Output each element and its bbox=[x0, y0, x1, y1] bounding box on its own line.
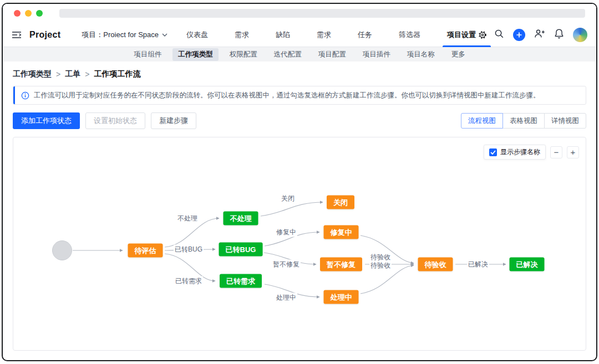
check-icon bbox=[490, 150, 496, 155]
breadcrumb: 工作项类型 > 工单 > 工作项工作流 bbox=[13, 69, 586, 79]
breadcrumb-item-ticket[interactable]: 工单 bbox=[65, 69, 80, 79]
project-selector-label: 项目：Proiect for Space bbox=[82, 30, 159, 40]
new-step-button[interactable]: 新建步骤 bbox=[151, 112, 196, 129]
workflow-node-pending-review[interactable]: 待评估 bbox=[128, 244, 163, 258]
edge-label: 不处理 bbox=[176, 214, 199, 223]
workflow-node-fixing[interactable]: 修复中 bbox=[324, 225, 359, 239]
edge-label: 暂不修复 bbox=[272, 260, 301, 269]
show-step-names-checkbox[interactable] bbox=[489, 148, 497, 156]
nav-item-requirements[interactable]: 需求 bbox=[235, 23, 249, 47]
browser-window: Project 项目：Proiect for Space 仪表盘 需求 缺陷 需… bbox=[2, 3, 597, 361]
workflow-edges bbox=[13, 137, 586, 350]
subnav-item-plugins[interactable]: 项目插件 bbox=[357, 48, 396, 61]
workflow-node-wont-fix[interactable]: 暂不修复 bbox=[320, 258, 362, 271]
bell-icon[interactable] bbox=[554, 28, 564, 41]
view-tab-flow[interactable]: 流程视图 bbox=[461, 113, 503, 129]
workflow-node-resolved[interactable]: 已解决 bbox=[510, 258, 545, 271]
minimize-button[interactable] bbox=[25, 10, 32, 17]
edge-label: 处理中 bbox=[275, 293, 297, 303]
primary-nav: 仪表盘 需求 缺陷 需求 任务 筛选器 项目设置 bbox=[186, 23, 486, 47]
info-banner-text: 工作流可以用于定制对应任务的在不同状态阶段的流转。你可以在表格视图中，通过勾选复… bbox=[34, 91, 540, 100]
info-banner: 工作流可以用于定制对应任务的在不同状态阶段的流转。你可以在表格视图中，通过勾选复… bbox=[13, 86, 586, 105]
app-logo: Project bbox=[29, 30, 60, 40]
nav-item-label: 仪表盘 bbox=[186, 30, 208, 40]
zoom-in-button[interactable]: + bbox=[567, 146, 579, 158]
nav-item-label: 筛选器 bbox=[399, 30, 420, 40]
workflow-node-closed[interactable]: 关闭 bbox=[327, 196, 354, 209]
close-button[interactable] bbox=[14, 10, 21, 17]
page-title: 工作项工作流 bbox=[94, 69, 140, 79]
nav-item-label: 需求 bbox=[317, 30, 331, 40]
nav-item-project-settings[interactable]: 项目设置 bbox=[447, 23, 486, 47]
url-bar[interactable] bbox=[59, 9, 585, 18]
browser-chrome bbox=[3, 4, 596, 23]
subnav-item-project-name[interactable]: 项目名称 bbox=[402, 48, 440, 61]
workflow-node-converted-bug[interactable]: 已转BUG bbox=[219, 243, 263, 257]
header-actions bbox=[494, 28, 587, 42]
nav-item-label: 项目设置 bbox=[447, 30, 476, 40]
subnav-item-permissions[interactable]: 权限配置 bbox=[224, 48, 263, 61]
edge-label: 关闭 bbox=[280, 194, 296, 203]
canvas-controls: 显示步骤名称 − + bbox=[484, 145, 579, 160]
workflow-node-converted-requirement[interactable]: 已转需求 bbox=[220, 274, 262, 288]
nav-item-dashboard[interactable]: 仪表盘 bbox=[186, 23, 208, 47]
breadcrumb-separator: > bbox=[85, 70, 89, 79]
set-initial-state-button[interactable]: 设置初始状态 bbox=[85, 112, 145, 129]
subnav-item-project-config[interactable]: 项目配置 bbox=[313, 48, 352, 61]
page-content: 工作项类型 > 工单 > 工作项工作流 工作流可以用于定制对应任务的在不同状态阶… bbox=[3, 61, 596, 351]
subnav-item-more[interactable]: 更多 bbox=[446, 48, 471, 61]
edge-label: 已转需求 bbox=[174, 276, 203, 286]
nav-item-label: 缺陷 bbox=[276, 30, 290, 40]
view-tab-detail[interactable]: 详情视图 bbox=[544, 113, 586, 129]
view-switcher: 流程视图 表格视图 详情视图 bbox=[461, 113, 586, 129]
banner-accent bbox=[13, 86, 15, 104]
show-step-names-toggle[interactable]: 显示步骤名称 bbox=[484, 145, 546, 160]
zoom-button[interactable] bbox=[36, 10, 43, 17]
nav-item-requirements-2[interactable]: 需求 bbox=[317, 23, 331, 47]
workflow-start-node[interactable] bbox=[52, 240, 72, 260]
subnav-item-iteration[interactable]: 迭代配置 bbox=[268, 48, 307, 61]
nav-item-defects[interactable]: 缺陷 bbox=[276, 23, 290, 47]
sidebar-toggle-icon[interactable] bbox=[12, 31, 22, 39]
chevron-down-icon bbox=[162, 33, 167, 37]
add-state-button[interactable]: 添加工作项状态 bbox=[13, 112, 80, 129]
gear-icon bbox=[479, 31, 486, 39]
workflow-canvas[interactable]: 待评估 不处理 已转BUG 已转需求 关闭 修复中 暂不修复 处理中 待验收 已… bbox=[13, 137, 586, 351]
toolbar: 添加工作项状态 设置初始状态 新建步骤 流程视图 表格视图 详情视图 bbox=[13, 112, 586, 129]
plus-circle-icon[interactable] bbox=[513, 29, 525, 41]
workflow-node-in-progress[interactable]: 处理中 bbox=[324, 290, 359, 304]
workflow-node-pending-acceptance[interactable]: 待验收 bbox=[418, 258, 453, 271]
project-selector[interactable]: 项目：Proiect for Space bbox=[82, 30, 167, 40]
show-step-names-label: 显示步骤名称 bbox=[500, 147, 540, 157]
info-icon bbox=[21, 91, 29, 100]
edge-label: 待验收 bbox=[369, 261, 392, 270]
nav-item-label: 需求 bbox=[235, 30, 249, 40]
app-header: Project 项目：Proiect for Space 仪表盘 需求 缺陷 需… bbox=[3, 23, 596, 47]
add-user-icon[interactable] bbox=[534, 29, 545, 40]
subnav-item-workitem-types[interactable]: 工作项类型 bbox=[172, 48, 219, 61]
view-tab-table[interactable]: 表格视图 bbox=[502, 113, 545, 129]
zoom-out-button[interactable]: − bbox=[550, 146, 562, 158]
subnav-item-components[interactable]: 项目组件 bbox=[128, 48, 167, 61]
edge-label: 修复中 bbox=[275, 228, 297, 237]
avatar[interactable] bbox=[573, 28, 587, 42]
workflow-node-no-action[interactable]: 不处理 bbox=[224, 212, 258, 225]
search-icon[interactable] bbox=[494, 29, 504, 41]
nav-item-tasks[interactable]: 任务 bbox=[358, 23, 372, 47]
breadcrumb-item-workitem-types[interactable]: 工作项类型 bbox=[13, 69, 52, 79]
breadcrumb-separator: > bbox=[56, 70, 60, 79]
edge-label: 已解决 bbox=[467, 260, 489, 269]
settings-subnav: 项目组件 工作项类型 权限配置 迭代配置 项目配置 项目插件 项目名称 更多 bbox=[3, 47, 596, 61]
nav-item-filters[interactable]: 筛选器 bbox=[399, 23, 420, 47]
nav-item-label: 任务 bbox=[358, 30, 372, 40]
edge-label: 已转BUG bbox=[174, 245, 204, 254]
